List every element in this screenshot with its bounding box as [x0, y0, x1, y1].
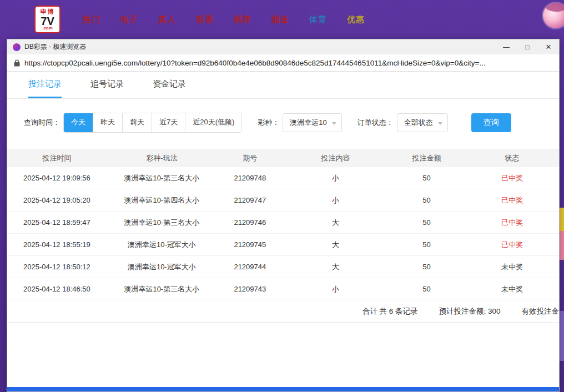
logo-tld-text: .com — [42, 26, 53, 31]
amount-cell: 50 — [388, 240, 465, 249]
minimize-button[interactable]: — — [496, 39, 517, 54]
time-cell: 2025-04-12 19:09:56 — [7, 174, 107, 182]
top-nav-bar: 申博 7V .com 热门 电子 真人 彩票 棋牌 捕鱼 体育 优惠 — [0, 0, 564, 39]
time-cell: 2025-04-12 19:05:20 — [7, 196, 107, 204]
amount-cell: 50 — [388, 196, 465, 204]
status-cell: 未中奖 — [465, 262, 559, 272]
content-cell: 大 — [283, 240, 388, 250]
user-avatar[interactable] — [543, 3, 564, 28]
amount-cell: 50 — [388, 263, 465, 271]
query-button[interactable]: 查询 — [471, 113, 511, 132]
issue-cell: 21209747 — [217, 196, 283, 204]
window-controls: — □ ✕ — [496, 39, 559, 54]
game-cell: 澳洲幸运10-第三名大小 — [107, 218, 217, 228]
nav-item-cards[interactable]: 棋牌 — [234, 14, 251, 25]
game-cell: 澳洲幸运10-第四名大小 — [107, 195, 217, 205]
status-cell: 已中奖 — [465, 218, 559, 228]
order-status-value: 全部状态 — [404, 118, 433, 127]
content-cell: 小 — [283, 173, 388, 183]
header-bet-time: 投注时间 — [7, 153, 107, 163]
window-title: DB彩票 - 极速浏览器 — [24, 42, 496, 52]
nav-item-lottery[interactable]: 彩票 — [196, 14, 214, 25]
tab-bet-records[interactable]: 投注记录 — [28, 79, 62, 98]
record-tabs: 投注记录 追号记录 资金记录 — [7, 72, 559, 99]
order-status-select[interactable]: 全部状态 — [397, 113, 448, 132]
summary-valid: 有效投注金 — [522, 306, 560, 316]
summary-expected: 预计投注金额: 300 — [439, 306, 500, 316]
header-game-play: 彩种-玩法 — [107, 153, 217, 163]
lottery-select-value: 澳洲幸运10 — [290, 118, 326, 127]
edge-decor-yellow — [560, 208, 564, 231]
header-amount: 投注金额 — [388, 153, 465, 163]
game-cell: 澳洲幸运10-冠军大小 — [107, 262, 217, 272]
game-cell: 澳洲幸运10-第三名大小 — [107, 173, 217, 183]
content-cell: 大 — [283, 218, 388, 228]
page-content: 投注记录 追号记录 资金记录 查询时间： 今天 昨天 前天 近7天 近20天(低… — [7, 72, 559, 391]
lottery-select[interactable]: 澳洲幸运10 — [283, 113, 341, 132]
issue-cell: 21209748 — [217, 174, 283, 182]
table-row: 2025-04-12 18:46:50 澳洲幸运10-第三名大小 2120974… — [7, 278, 559, 300]
header-issue: 期号 — [217, 153, 283, 163]
time-option-20days[interactable]: 近20天(低频) — [185, 113, 241, 132]
time-option-daybefore[interactable]: 前天 — [122, 113, 152, 132]
status-cell: 已中奖 — [465, 240, 559, 250]
filter-row: 查询时间： 今天 昨天 前天 近7天 近20天(低频) 彩种： 澳洲幸运10 订… — [24, 113, 559, 133]
edge-decor-pink — [560, 231, 564, 260]
summary-row: 合计 共 6 条记录 预计投注金额: 300 有效投注金 — [7, 300, 559, 323]
site-favicon-icon — [13, 43, 21, 51]
edge-decor-lilac — [560, 311, 564, 361]
status-cell: 已中奖 — [465, 173, 559, 183]
amount-cell: 50 — [388, 218, 465, 227]
time-filter-group: 今天 昨天 前天 近7天 近20天(低频) — [63, 113, 242, 133]
time-cell: 2025-04-12 18:59:47 — [7, 218, 107, 227]
lock-icon — [14, 59, 20, 67]
nav-item-sports[interactable]: 体育 — [309, 14, 327, 25]
header-content: 投注内容 — [283, 153, 388, 163]
issue-cell: 21209745 — [217, 240, 283, 249]
bet-records-table: 投注时间 彩种-玩法 期号 投注内容 投注金额 状态 2025-04-12 19… — [7, 149, 559, 323]
time-cell: 2025-04-12 18:55:19 — [7, 240, 107, 249]
table-row: 2025-04-12 18:59:47 澳洲幸运10-第三名大小 2120974… — [7, 212, 559, 234]
lottery-filter-label: 彩种： — [258, 118, 279, 128]
game-cell: 澳洲幸运10-冠军大小 — [107, 240, 217, 250]
content-cell: 小 — [283, 195, 388, 205]
nav-items: 热门 电子 真人 彩票 棋牌 捕鱼 体育 优惠 — [73, 14, 375, 25]
browser-window: DB彩票 - 极速浏览器 — □ ✕ https://ctopcp02pcali… — [7, 39, 560, 392]
content-cell: 小 — [283, 284, 388, 294]
header-status: 状态 — [465, 153, 559, 163]
table-row: 2025-04-12 19:05:20 澳洲幸运10-第四名大小 2120974… — [7, 189, 559, 212]
logo-cn-text: 申博 — [41, 9, 55, 15]
time-cell: 2025-04-12 18:50:12 — [7, 263, 107, 271]
summary-total: 合计 共 6 条记录 — [362, 306, 418, 316]
nav-item-slots[interactable]: 电子 — [120, 14, 138, 25]
content-cell: 大 — [283, 262, 388, 272]
issue-cell: 21209743 — [217, 285, 283, 293]
maximize-button[interactable]: □ — [517, 39, 538, 54]
nav-item-fishing[interactable]: 捕鱼 — [271, 14, 289, 25]
tab-chase-records[interactable]: 追号记录 — [90, 79, 124, 98]
close-button[interactable]: ✕ — [538, 39, 559, 54]
status-filter-label: 订单状态： — [357, 118, 394, 128]
address-bar[interactable]: https://ctopcp02pcali.uengi5e.com/lotter… — [7, 54, 559, 72]
time-option-7days[interactable]: 近7天 — [152, 113, 185, 132]
issue-cell: 21209744 — [217, 263, 283, 271]
site-logo[interactable]: 申博 7V .com — [34, 6, 61, 33]
time-filter-label: 查询时间： — [24, 118, 60, 128]
logo-brand-text: 7V — [41, 16, 54, 27]
url-text[interactable]: https://ctopcp02pcali.uengi5e.com/lotter… — [24, 59, 486, 67]
time-option-yesterday[interactable]: 昨天 — [93, 113, 122, 132]
status-cell: 未中奖 — [465, 284, 559, 294]
nav-item-hot[interactable]: 热门 — [83, 14, 100, 25]
amount-cell: 50 — [388, 285, 465, 293]
time-option-today[interactable]: 今天 — [64, 113, 93, 132]
chevron-down-icon — [438, 122, 442, 125]
game-cell: 澳洲幸运10-第三名大小 — [107, 284, 217, 294]
time-cell: 2025-04-12 18:46:50 — [7, 285, 107, 293]
tab-fund-records[interactable]: 资金记录 — [153, 79, 186, 98]
window-titlebar: DB彩票 - 极速浏览器 — □ ✕ — [7, 39, 559, 54]
nav-item-promo[interactable]: 优惠 — [347, 14, 365, 25]
nav-item-live[interactable]: 真人 — [158, 14, 176, 25]
page-footer-strip — [7, 387, 559, 391]
table-row: 2025-04-12 18:50:12 澳洲幸运10-冠军大小 21209744… — [7, 256, 559, 278]
table-row: 2025-04-12 19:09:56 澳洲幸运10-第三名大小 2120974… — [7, 167, 559, 189]
